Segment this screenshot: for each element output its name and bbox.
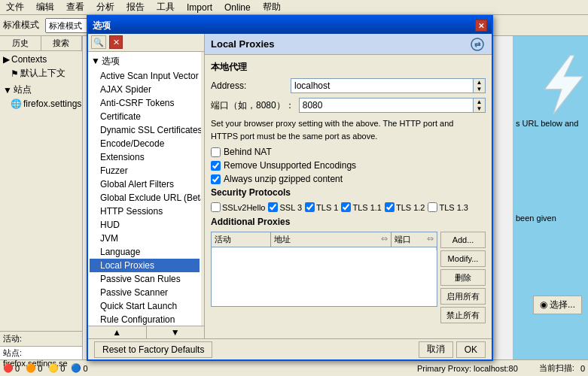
proxies-container: 活动 地址 ⇔ 端口 ⇔ [211, 232, 486, 323]
tree-arrow-sites: ▼ [3, 85, 12, 96]
content-header: Local Proxies ⇄ [205, 34, 492, 55]
tls11-item: TLS 1.1 [341, 202, 382, 212]
add-proxy-btn[interactable]: Add... [440, 232, 486, 248]
options-dialog: 选项 ✕ 🔍 ✕ ▼ 选项 Active Scan Input Vector [87, 15, 493, 361]
sslv2-checkbox[interactable] [211, 202, 221, 212]
proxies-table: 活动 地址 ⇔ 端口 ⇔ [212, 232, 437, 250]
delete-proxy-btn[interactable]: 删除 [440, 269, 486, 286]
proxies-table-wrapper: 活动 地址 ⇔ 端口 ⇔ [211, 232, 437, 307]
nav-item-local-proxies[interactable]: Local Proxies [90, 259, 200, 272]
tls12-checkbox[interactable] [385, 202, 395, 212]
menu-online[interactable]: Online [221, 2, 254, 13]
right-panel: s URL below and been given ◉ 选择... [513, 36, 588, 359]
nav-item-anti-csrf[interactable]: Anti-CSRF Tokens [90, 96, 200, 110]
nav-scroll-up[interactable]: ▲ [88, 326, 147, 338]
tls1-checkbox[interactable] [305, 202, 315, 212]
ok-btn[interactable]: OK [456, 341, 486, 358]
nav-item-global-exclude[interactable]: Global Exclude URL (Beta [90, 191, 200, 205]
port-row: 端口（如，8080）： ▲▼ [211, 98, 486, 113]
right-text-2: been given [513, 131, 588, 226]
tls13-item: TLS 1.3 [428, 202, 468, 212]
nav-scroll-down[interactable]: ▼ [147, 326, 205, 338]
enable-all-btn[interactable]: 启用所有 [440, 288, 486, 305]
port-spinner-btn[interactable]: ▲▼ [474, 98, 486, 113]
nav-item-encode-decode[interactable]: Encode/Decode [90, 137, 200, 150]
disable-all-btn[interactable]: 禁止所有 [440, 307, 486, 323]
toolbar-mode-label: 标准模式 [3, 19, 39, 32]
dialog-content: Local Proxies ⇄ 本地代理 Address: [205, 34, 492, 338]
menu-view[interactable]: 查看 [63, 1, 87, 14]
tree-root-contexts[interactable]: ▶ Contexts [2, 53, 81, 66]
nav-item-http-sessions[interactable]: HTTP Sessions [90, 205, 200, 218]
tree-root-sites[interactable]: ▼ 站点 [2, 82, 81, 98]
alert-yellow-icon: 🟡 [48, 363, 59, 373]
alert-orange: 🟠 0 [26, 363, 42, 373]
tree-label-sites: 站点 [14, 83, 32, 96]
nav-item-rule-config[interactable]: Rule Configuration [90, 313, 200, 326]
tls11-checkbox[interactable] [341, 202, 351, 212]
address-label: Address: [211, 80, 286, 91]
cancel-btn[interactable]: 取消 [419, 341, 453, 358]
nav-item-passive-scanner[interactable]: Passive Scanner [90, 286, 200, 299]
modify-proxy-btn[interactable]: Modify... [440, 250, 486, 267]
nav-item-dynamic-ssl[interactable]: Dynamic SSL Certificates [90, 123, 200, 137]
sidebar: 历史 搜索 ▶ Contexts ⚑ 默认上下文 ▼ 站点 🌐 fi [0, 36, 83, 359]
nav-item-extensions[interactable]: Extensions [90, 150, 200, 164]
table-empty-row [212, 247, 437, 251]
sidebar-tree: ▶ Contexts ⚑ 默认上下文 ▼ 站点 🌐 firefox.settin… [0, 51, 82, 331]
nav-item-jvm[interactable]: JVM [90, 232, 200, 245]
nav-item-passive-scan-rules[interactable]: Passive Scan Rules [90, 272, 200, 286]
tls1-item: TLS 1 [305, 202, 338, 212]
nav-item-ajax-spider[interactable]: AJAX Spider [90, 83, 200, 96]
menu-bar: 文件 编辑 查看 分析 报告 工具 Import Online 帮助 [0, 0, 588, 15]
address-row: Address: ▲▼ [211, 78, 486, 93]
tab-history[interactable]: 历史 [0, 36, 41, 50]
nav-search-btn[interactable]: 🔍 [91, 35, 106, 49]
nav-item-hud[interactable]: HUD [90, 218, 200, 232]
menu-file[interactable]: 文件 [3, 1, 27, 14]
menu-tools[interactable]: 工具 [154, 1, 178, 14]
col-port: 端口 ⇔ [391, 232, 437, 247]
tab-search[interactable]: 搜索 [41, 36, 83, 50]
sidebar-url: 站点: firefox.settings.se [0, 346, 82, 359]
nav-item-certificate[interactable]: Certificate [90, 110, 200, 123]
security-row: SSLv2Hello SSL 3 TLS 1 [211, 202, 486, 212]
tls13-checkbox[interactable] [428, 202, 437, 212]
menu-edit[interactable]: 编辑 [33, 1, 57, 14]
behind-nat-checkbox[interactable] [211, 147, 221, 157]
always-unzip-checkbox[interactable] [211, 174, 221, 184]
alert-yellow: 🟡 0 [48, 363, 65, 373]
menu-help[interactable]: 帮助 [260, 1, 284, 14]
address-dropdown-btn[interactable]: ▲▼ [474, 78, 486, 93]
menu-import[interactable]: Import [184, 2, 215, 13]
status-bar: 🔴 0 🟠 0 🟡 0 🔵 0 Primary Proxy: localhost… [0, 359, 588, 376]
tree-item-default-context[interactable]: ⚑ 默认上下文 [2, 66, 81, 80]
ssl3-checkbox[interactable] [268, 202, 278, 212]
dialog-nav-container: 🔍 ✕ ▼ 选项 Active Scan Input Vector AJAX S… [88, 34, 205, 338]
remove-unsupported-label: Remove Unsupported Encodings [224, 160, 356, 171]
nav-close-btn[interactable]: ✕ [109, 35, 123, 49]
nav-item-language[interactable]: Language [90, 245, 200, 259]
nav-item-quick-start[interactable]: Quick Start Launch [90, 299, 200, 313]
nav-item-fuzzer[interactable]: Fuzzer [90, 164, 200, 177]
select-button[interactable]: ◉ 选择... [533, 296, 582, 314]
dialog-nav-toolbar: 🔍 ✕ [88, 34, 204, 52]
tree-item-site-1[interactable]: 🌐 firefox.settings.se [2, 98, 81, 110]
always-unzip-row: Always unzip gzipped content [211, 174, 486, 184]
alert-red: 🔴 0 [3, 363, 20, 373]
menu-analysis[interactable]: 分析 [93, 1, 117, 14]
address-input[interactable] [291, 78, 474, 93]
nav-item-active-scan[interactable]: Active Scan Input Vector [90, 69, 200, 83]
dialog-nav: ▼ 选项 Active Scan Input Vector AJAX Spide… [88, 52, 201, 326]
proxies-buttons: Add... Modify... 删除 启用所有 禁止所有 [440, 232, 486, 323]
nav-label-options: 选项 [102, 55, 120, 68]
remove-unsupported-checkbox[interactable] [211, 161, 221, 171]
nav-root-options[interactable]: ▼ 选项 [90, 53, 200, 69]
dialog-close-button[interactable]: ✕ [475, 20, 487, 32]
reset-defaults-btn[interactable]: Reset to Factory Defaults [94, 341, 212, 358]
nav-item-global-alert[interactable]: Global Alert Filters [90, 177, 200, 191]
alert-red-icon: 🔴 [3, 363, 14, 373]
scan-value: 0 [580, 364, 585, 373]
port-input[interactable] [299, 98, 474, 113]
menu-report[interactable]: 报告 [123, 1, 148, 14]
